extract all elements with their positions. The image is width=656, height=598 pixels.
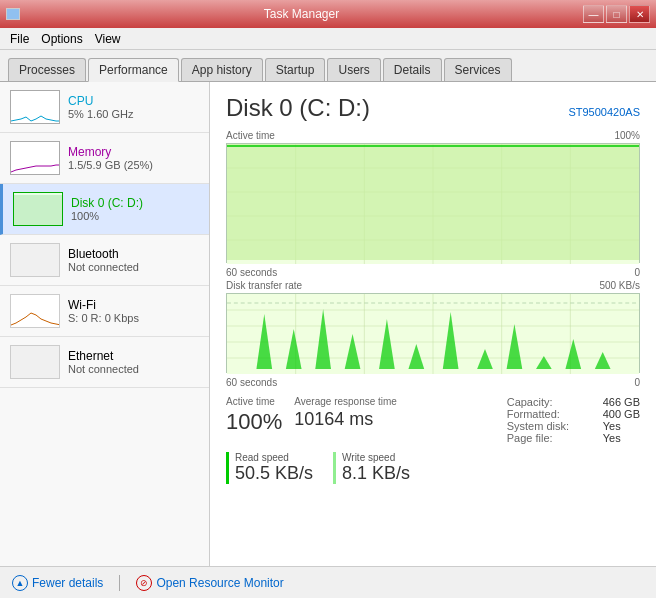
write-speed-label: Write speed (342, 452, 410, 463)
transfer-seconds-label: 60 seconds (226, 377, 277, 388)
bottom-separator (119, 575, 120, 591)
svg-rect-3 (14, 195, 63, 225)
cpu-info: CPU 5% 1.60 GHz (68, 94, 199, 120)
disk-chart-thumb (14, 193, 63, 226)
cpu-subtitle: 5% 1.60 GHz (68, 108, 199, 120)
active-time-label-row: Active time 100% (226, 130, 640, 141)
formatted-value: 400 GB (603, 408, 640, 420)
ethernet-thumbnail (10, 345, 60, 379)
page-file-value: Yes (603, 432, 621, 444)
transfer-label-row: Disk transfer rate 500 KB/s (226, 280, 640, 291)
ethernet-title: Ethernet (68, 349, 199, 363)
sidebar-item-ethernet[interactable]: Ethernet Not connected (0, 337, 209, 388)
response-time-stat: Average response time 10164 ms (294, 396, 397, 430)
resource-monitor-icon: ⊘ (136, 575, 152, 591)
open-resource-monitor-button[interactable]: ⊘ Open Resource Monitor (136, 575, 283, 591)
system-disk-row: System disk: Yes (507, 420, 640, 432)
bluetooth-info: Bluetooth Not connected (68, 247, 199, 273)
main-content: CPU 5% 1.60 GHz Memory 1.5/5.9 GB (25%) (0, 82, 656, 566)
stats-section: Active time 100% Average response time 1… (226, 396, 640, 444)
disk-model: ST9500420AS (568, 106, 640, 118)
active-time-max: 100% (614, 130, 640, 141)
menu-view[interactable]: View (89, 30, 127, 48)
ethernet-info: Ethernet Not connected (68, 349, 199, 375)
response-time-stat-label: Average response time (294, 396, 397, 407)
disk-main-title: Disk 0 (C: D:) (226, 94, 370, 122)
tab-startup[interactable]: Startup (265, 58, 326, 81)
tab-details[interactable]: Details (383, 58, 442, 81)
capacity-row: Capacity: 466 GB (507, 396, 640, 408)
memory-title: Memory (68, 145, 199, 159)
system-disk-value: Yes (603, 420, 621, 432)
active-time-svg (227, 144, 639, 264)
tab-users[interactable]: Users (327, 58, 380, 81)
page-file-row: Page file: Yes (507, 432, 640, 444)
bottom-bar: ▲ Fewer details ⊘ Open Resource Monitor (0, 566, 656, 598)
transfer-zero: 0 (634, 377, 640, 388)
cpu-chart-thumb (11, 91, 60, 124)
write-speed-value: 8.1 KB/s (342, 463, 410, 484)
memory-thumbnail (10, 141, 60, 175)
response-time-stat-value: 10164 ms (294, 409, 397, 430)
tab-performance[interactable]: Performance (88, 58, 179, 82)
title-bar-title: Task Manager (20, 7, 583, 21)
bluetooth-subtitle: Not connected (68, 261, 199, 273)
capacity-label: Capacity: (507, 396, 597, 408)
read-speed-block: Read speed 50.5 KB/s (226, 452, 313, 484)
svg-rect-15 (227, 144, 639, 260)
wifi-subtitle: S: 0 R: 0 Kbps (68, 312, 199, 324)
cpu-title: CPU (68, 94, 199, 108)
sidebar-item-cpu[interactable]: CPU 5% 1.60 GHz (0, 82, 209, 133)
open-resource-monitor-label: Open Resource Monitor (156, 576, 283, 590)
write-speed-block: Write speed 8.1 KB/s (333, 452, 410, 484)
title-bar-left (6, 8, 20, 20)
active-time-label: Active time (226, 130, 275, 141)
fewer-details-label: Fewer details (32, 576, 103, 590)
formatted-row: Formatted: 400 GB (507, 408, 640, 420)
disk-title: Disk 0 (C: D:) (71, 196, 199, 210)
close-button[interactable]: ✕ (629, 5, 650, 23)
disk-thumbnail (13, 192, 63, 226)
transfer-max: 500 KB/s (599, 280, 640, 291)
tab-processes[interactable]: Processes (8, 58, 86, 81)
tab-services[interactable]: Services (444, 58, 512, 81)
active-time-footer: 60 seconds 0 (226, 267, 640, 278)
speed-section: Read speed 50.5 KB/s Write speed 8.1 KB/… (226, 452, 640, 484)
bluetooth-title: Bluetooth (68, 247, 199, 261)
active-time-chart (226, 143, 640, 263)
minimize-button[interactable]: — (583, 5, 604, 23)
read-speed-value: 50.5 KB/s (235, 463, 313, 484)
active-time-stat: Active time 100% (226, 396, 282, 435)
sidebar-item-wifi[interactable]: Wi-Fi S: 0 R: 0 Kbps (0, 286, 209, 337)
memory-chart-thumb (11, 142, 60, 175)
memory-info: Memory 1.5/5.9 GB (25%) (68, 145, 199, 171)
wifi-title: Wi-Fi (68, 298, 199, 312)
title-bar-controls: — □ ✕ (583, 5, 650, 23)
left-panel: CPU 5% 1.60 GHz Memory 1.5/5.9 GB (25%) (0, 82, 210, 566)
app-icon (6, 8, 20, 20)
tab-app-history[interactable]: App history (181, 58, 263, 81)
transfer-rate-label: Disk transfer rate (226, 280, 302, 291)
page-file-label: Page file: (507, 432, 597, 444)
maximize-button[interactable]: □ (606, 5, 627, 23)
tab-bar: Processes Performance App history Startu… (0, 50, 656, 82)
menu-file[interactable]: File (4, 30, 35, 48)
system-disk-label: System disk: (507, 420, 597, 432)
wifi-thumbnail (10, 294, 60, 328)
wifi-info: Wi-Fi S: 0 R: 0 Kbps (68, 298, 199, 324)
svg-rect-1 (11, 142, 60, 175)
cpu-thumbnail (10, 90, 60, 124)
read-speed-label: Read speed (235, 452, 313, 463)
fewer-details-button[interactable]: ▲ Fewer details (12, 575, 103, 591)
transfer-svg (227, 294, 639, 374)
active-time-stat-label: Active time (226, 396, 282, 407)
title-bar: Task Manager — □ ✕ (0, 0, 656, 28)
sidebar-item-memory[interactable]: Memory 1.5/5.9 GB (25%) (0, 133, 209, 184)
menu-options[interactable]: Options (35, 30, 88, 48)
sidebar-item-disk[interactable]: Disk 0 (C: D:) 100% (0, 184, 209, 235)
disk-info-block: Capacity: 466 GB Formatted: 400 GB Syste… (507, 396, 640, 444)
sidebar-item-bluetooth[interactable]: Bluetooth Not connected (0, 235, 209, 286)
chart-zero: 0 (634, 267, 640, 278)
menu-bar: File Options View (0, 28, 656, 50)
wifi-chart-thumb (11, 295, 60, 328)
